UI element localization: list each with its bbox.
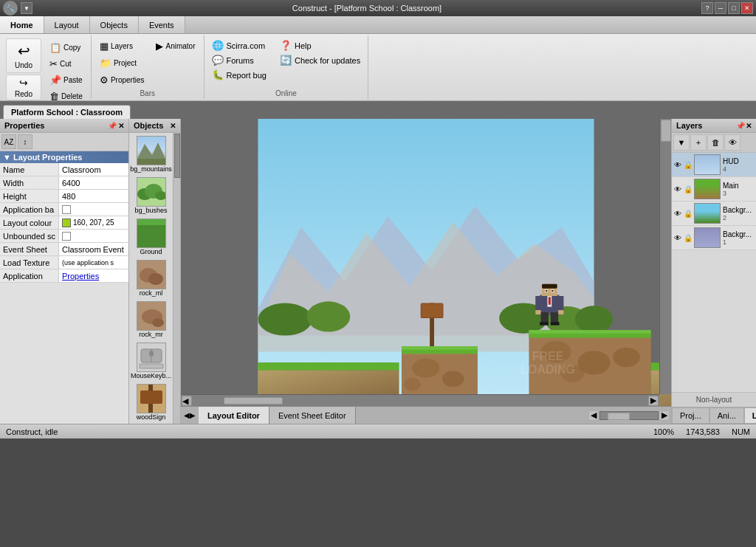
window-controls: ? ─ □ ✕ (701, 2, 753, 14)
object-rock-ml[interactable]: rock_ml (131, 258, 171, 298)
layer-hud-lock-icon[interactable]: 🔒 (684, 161, 693, 169)
layer-hud-vis-icon[interactable]: 👁 (674, 161, 681, 169)
objects-close-icon[interactable]: ✕ (170, 122, 176, 130)
system-menu[interactable]: ▼ (21, 2, 32, 14)
obj-woodsign-label: woodSign (137, 413, 166, 421)
objects-panel: Objects ✕ bg_mountains bg_bushes (129, 119, 181, 424)
layer-hud-row[interactable]: 👁 🔒 HUD 4 (672, 153, 756, 177)
svg-rect-56 (551, 290, 553, 292)
layers-pin-icon[interactable]: 📌 (736, 122, 745, 130)
layout-editor-tab[interactable]: Layout Editor (199, 407, 269, 424)
object-bg-mountains[interactable]: bg_mountains (131, 134, 171, 174)
close-btn[interactable]: ✕ (741, 2, 753, 14)
prop-sort-az-btn[interactable]: AZ (1, 134, 16, 149)
paste-icon: 📌 (49, 75, 61, 86)
tab-layout[interactable]: Layout (44, 16, 90, 33)
canvas-vscrollbar[interactable] (659, 119, 671, 394)
restore-btn[interactable]: □ (728, 2, 740, 14)
bars-group: ▦ Layers 📁 Project ⚙ Properties ▶ (92, 35, 205, 99)
canvas-hscroll-btn-right[interactable]: ▶ (648, 396, 659, 406)
layer-main-name: Main (723, 182, 739, 190)
undo-button[interactable]: ↩ Undo (6, 38, 41, 73)
minimize-btn[interactable]: ─ (715, 2, 726, 14)
layer-bg1-vis-icon[interactable]: 👁 (674, 234, 681, 242)
animator-col: ▶ Animator (152, 38, 199, 54)
layers-delete-btn[interactable]: 🗑 (707, 134, 724, 151)
layers-tab-btn[interactable]: Lay... (744, 407, 756, 424)
project-tab-btn[interactable]: Proj... (672, 407, 709, 424)
canvas-vscroll-thumb[interactable] (661, 120, 671, 142)
object-mousekeyb[interactable]: MouseKeyb... (131, 341, 171, 381)
layers-visibility-btn[interactable]: 👁 (724, 134, 740, 151)
canvas-hscroll-track (194, 397, 646, 405)
object-rock-mr[interactable]: rock_mr (131, 300, 171, 340)
scirra-button[interactable]: 🌐 Scirra.com (209, 38, 269, 52)
layer-bg1-lock-icon[interactable]: 🔒 (684, 234, 693, 242)
delete-button[interactable]: 🗑 Delete (46, 89, 86, 104)
layer-bg2-thumb (694, 203, 721, 224)
redo-button[interactable]: ↪ Redo (6, 75, 41, 100)
tab-objects[interactable]: Objects (90, 16, 139, 33)
canvas-hscrollbar[interactable]: ◀ ▶ (181, 394, 659, 406)
animator-tab-btn[interactable]: Ani... (709, 407, 744, 424)
bug-icon: 🐛 (212, 69, 224, 80)
canvas-scroll-right-btn[interactable]: ▶ (659, 410, 670, 421)
title-bar: 🔧 ▼ Construct - [Platform School : Class… (0, 0, 756, 16)
help-btn[interactable]: ? (701, 2, 713, 14)
object-bg-bushes[interactable]: bg_bushes (131, 176, 171, 216)
layer-bg2-vis-icon[interactable]: 👁 (674, 210, 681, 218)
paste-button[interactable]: 📌 Paste (46, 72, 86, 88)
bars-label: Bars (140, 89, 155, 97)
platform-classroom-tab[interactable]: Platform School : Classroom (3, 105, 131, 119)
appbg-checkbox[interactable] (62, 205, 71, 214)
properties-pin-icon[interactable]: 📌 (108, 122, 117, 130)
layer-bg2-row[interactable]: 👁 🔒 Backgr... 2 (672, 202, 756, 226)
object-ground[interactable]: Ground (131, 217, 171, 257)
svg-rect-52 (542, 284, 557, 289)
layer-main-row[interactable]: 👁 🔒 Main 3 (672, 177, 756, 202)
canvas-hscroll-btn-left[interactable]: ◀ (182, 396, 192, 406)
canvas-hscroll-handle[interactable] (608, 413, 630, 420)
canvas-hscroll-thumb[interactable] (224, 397, 283, 405)
cut-button[interactable]: ✂ Cut (46, 56, 86, 72)
object-woodsign[interactable]: woodSign (131, 382, 171, 422)
tab-home[interactable]: Home (0, 16, 44, 33)
layer-main-vis-icon[interactable]: 👁 (674, 185, 681, 193)
objects-scroll-area: bg_mountains bg_bushes Ground (129, 133, 180, 424)
layers-bar-button[interactable]: ▦ Layers (96, 38, 148, 54)
properties-bar-button[interactable]: ⚙ Properties (96, 72, 148, 88)
prop-sort-icon[interactable]: ↕ (18, 134, 32, 149)
objects-scroll-thumb[interactable] (174, 134, 180, 178)
svg-rect-62 (535, 310, 540, 314)
layer-bg2-lock-icon[interactable]: 🔒 (684, 210, 693, 218)
objects-header: Objects ✕ (129, 119, 180, 133)
forums-button[interactable]: 💬 Forums (209, 53, 269, 67)
check-updates-button[interactable]: 🔄 Check for updates (277, 53, 363, 67)
unbounded-checkbox[interactable] (62, 232, 71, 241)
copy-button[interactable]: 📋 Copy (46, 40, 86, 55)
event-sheet-tab[interactable]: Event Sheet Editor (269, 407, 356, 424)
layers-dropdown-btn[interactable]: ▼ (673, 134, 690, 151)
animator-bar-button[interactable]: ▶ Animator (152, 38, 199, 54)
layout-color-swatch[interactable] (62, 219, 71, 227)
tab-events[interactable]: Events (139, 16, 185, 33)
canvas-hscroll-bar[interactable] (599, 411, 659, 420)
project-icon: 📁 (100, 58, 111, 69)
layer-main-lock-icon[interactable]: 🔒 (684, 185, 693, 193)
svg-rect-67 (551, 322, 560, 325)
layers-add-btn[interactable]: + (690, 134, 707, 151)
canvas-scroll-left-btn[interactable]: ◀ (588, 410, 599, 421)
objects-scrollbar[interactable] (173, 133, 180, 424)
properties-close-icon[interactable]: ✕ (118, 122, 124, 130)
report-bug-button[interactable]: 🐛 Report bug (209, 68, 269, 82)
prop-name-row: Name Classroom (0, 163, 128, 176)
layers-toolbar: ▼ + 🗑 👁 (672, 133, 756, 153)
tab-scroll-left-icon[interactable]: ◀ (184, 411, 190, 419)
project-bar-button[interactable]: 📁 Project (96, 55, 148, 71)
help-online-button[interactable]: ❓ Help (277, 38, 363, 52)
layer-bg1-row[interactable]: 👁 🔒 Backgr... 1 (672, 226, 756, 250)
layers-close-icon[interactable]: ✕ (746, 122, 752, 130)
tab-scroll-right-icon[interactable]: ▶ (190, 411, 196, 419)
game-viewport[interactable] (181, 119, 671, 406)
svg-point-22 (307, 301, 351, 331)
